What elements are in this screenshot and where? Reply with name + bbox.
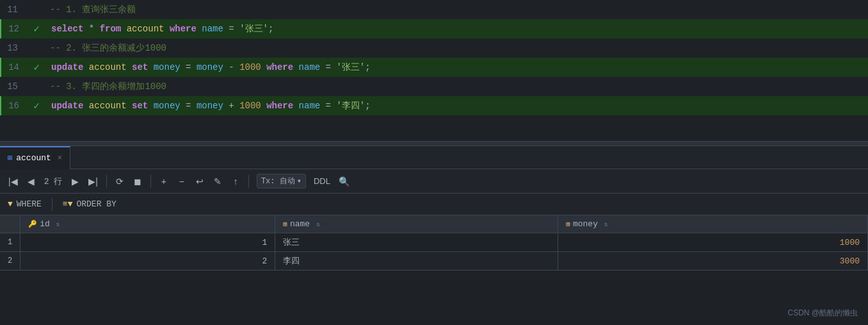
edit-button[interactable]: ✎ (210, 174, 225, 189)
filter-icon: ▼ (8, 199, 13, 209)
where-filter[interactable]: ▼ WHERE (8, 199, 52, 209)
data-table-container: 🔑id ⇅⊞name ⇅⊞money ⇅11张三100022李四3000 (0, 215, 868, 271)
op-token: - (223, 62, 239, 72)
op-token: = (223, 24, 239, 34)
num-token: 1000 (239, 101, 261, 111)
code-content: update account set money = money - 1000 … (46, 58, 371, 77)
tbl-token: account (89, 101, 127, 111)
tab-bar: ⊞ account × (0, 146, 868, 169)
code-content: -- 3. 李四的余额增加1000 (45, 77, 166, 96)
filter-bar: ▼ WHERE ≡▼ ORDER BY (0, 194, 868, 215)
col-token: money (197, 62, 223, 72)
op-token (121, 24, 126, 34)
op-token (293, 101, 298, 111)
sort-icon: ⇅ (600, 221, 608, 228)
search-button[interactable]: 🔍 (335, 174, 353, 189)
sym-token: ; (365, 101, 370, 111)
last-row-button[interactable]: ▶| (85, 174, 101, 189)
code-line-16: 16✓update account set money = money + 10… (0, 96, 868, 115)
gutter-icon: ✓ (27, 22, 46, 35)
row-number-cell: 2 (0, 252, 20, 271)
row-number-header (0, 215, 20, 233)
table-icon: ⊞ (8, 153, 12, 163)
check-icon: ✓ (33, 99, 40, 112)
col-token: name (299, 101, 321, 111)
panel-divider (0, 141, 868, 146)
kw-token: update (51, 62, 83, 72)
ddl-button[interactable]: DDL (311, 175, 333, 187)
op-token: = (181, 101, 197, 111)
col-token: money (154, 62, 181, 72)
orderby-filter[interactable]: ≡▼ ORDER BY (63, 199, 127, 209)
kw-token: update (51, 101, 83, 111)
code-content: select * from account where name = '张三'; (46, 19, 273, 38)
name-cell: 张三 (275, 233, 558, 252)
kw-token: set (132, 62, 148, 72)
filter-divider (52, 198, 52, 211)
revert-button[interactable]: ↩ (192, 174, 207, 189)
kw-token: where (266, 62, 293, 72)
sym-token: ; (268, 24, 273, 34)
code-content: update account set money = money + 1000 … (46, 96, 371, 115)
gutter-icon: ✓ (27, 61, 46, 74)
line-number: 16 (1, 101, 27, 111)
row-number-cell: 1 (0, 233, 20, 252)
kw-token: set (132, 101, 148, 111)
tx-chevron-icon: ▾ (297, 176, 301, 186)
grid-icon: ⊞ (566, 221, 570, 228)
str-token: '张三' (336, 62, 365, 72)
code-line-13: 13-- 2. 张三的余额减少1000 (0, 38, 868, 58)
column-header-id[interactable]: 🔑id ⇅ (20, 215, 275, 233)
op-token (127, 101, 132, 111)
line-number: 12 (1, 24, 27, 34)
line-number: 15 (0, 81, 26, 92)
orderby-label: ORDER BY (76, 199, 116, 209)
op-token (293, 62, 298, 72)
line-number: 14 (1, 62, 27, 72)
str-token: '李四' (336, 101, 365, 111)
tx-dropdown[interactable]: Tx: 自动 ▾ (257, 174, 306, 188)
prev-row-button[interactable]: ◀ (24, 174, 39, 189)
add-row-button[interactable]: + (156, 174, 172, 189)
refresh-button[interactable]: ⟳ (112, 174, 127, 189)
col-token: name (299, 62, 321, 72)
code-line-12: 12✓select * from account where name = '张… (0, 19, 868, 38)
table-row[interactable]: 22李四3000 (0, 252, 868, 271)
op-token: = (181, 62, 197, 72)
separator-3 (248, 175, 249, 188)
first-row-button[interactable]: |◀ (5, 174, 21, 189)
op-token (148, 62, 153, 72)
sym-token: ; (365, 62, 370, 72)
row-count-display: 2 行 (42, 176, 65, 187)
upload-button[interactable]: ↑ (228, 174, 243, 189)
kw-token: select (51, 24, 83, 34)
code-line-14: 14✓update account set money = money - 10… (0, 58, 868, 77)
next-row-button[interactable]: ▶ (67, 174, 83, 189)
sort-icon: ⇅ (312, 221, 320, 228)
str-token: '张三' (239, 24, 268, 34)
id-cell: 1 (20, 233, 275, 252)
tab-account[interactable]: ⊞ account × (0, 146, 70, 169)
tbl-token: account (127, 24, 165, 34)
column-header-name[interactable]: ⊞name ⇅ (275, 215, 558, 233)
op-token: = (320, 62, 336, 72)
results-toolbar: |◀ ◀ 2 行 ▶ ▶| ⟳ ◼ + − ↩ ✎ ↑ Tx: 自动 ▾ DDL… (0, 169, 868, 194)
code-line-15: 15-- 3. 李四的余额增加1000 (0, 77, 868, 96)
op-token: = (320, 101, 336, 111)
tab-label: account (16, 153, 51, 163)
col-token: money (154, 101, 181, 111)
column-header-money[interactable]: ⊞money ⇅ (558, 215, 868, 233)
delete-row-button[interactable]: − (174, 174, 189, 189)
key-icon: 🔑 (28, 221, 37, 228)
op-token (164, 24, 169, 34)
gutter-icon: ✓ (27, 99, 46, 112)
stop-button[interactable]: ◼ (130, 174, 145, 189)
sort-icon: ⇅ (52, 221, 60, 228)
op-token (83, 101, 88, 111)
op-token (261, 101, 266, 111)
check-icon: ✓ (33, 61, 40, 74)
orderby-icon: ≡▼ (63, 199, 73, 209)
op-token (148, 101, 153, 111)
table-row[interactable]: 11张三1000 (0, 233, 868, 252)
tab-close-button[interactable]: × (58, 154, 62, 163)
